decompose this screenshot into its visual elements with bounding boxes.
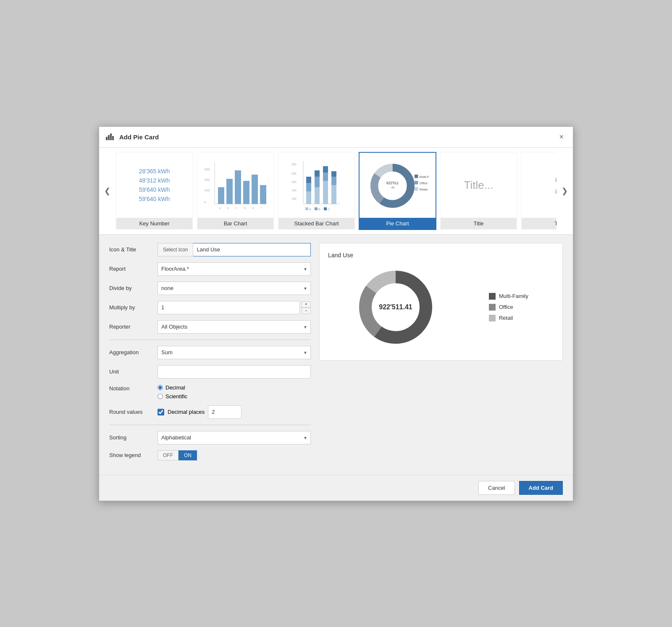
chart-type-title[interactable]: Title... Title: [440, 152, 517, 230]
svg-rect-32: [315, 187, 320, 204]
report-row: Report FloorArea.* ▼: [109, 262, 311, 276]
divide-by-select[interactable]: none: [158, 282, 311, 295]
key-number-thumb: 28'365 kWh 48'312 kWh 59'640 kWh 59'640 …: [116, 153, 192, 218]
multiply-by-row: Multiply by + −: [109, 301, 311, 314]
legend-swatch-multi-family: [489, 293, 496, 300]
chart-type-bar-chart[interactable]: 200 150 100 0 a b c: [197, 152, 274, 230]
svg-rect-0: [106, 137, 108, 140]
legend-toggle-group: OFF ON: [158, 450, 197, 460]
multiply-by-group: + −: [158, 301, 311, 314]
stacked-bar-thumb: 300 250 200 150 100: [278, 153, 354, 218]
sorting-row: Sorting Alphabetical Value Ascending Val…: [109, 431, 311, 444]
multiply-by-label: Multiply by: [109, 304, 158, 311]
decimal-places-input[interactable]: [208, 405, 242, 419]
report-label: Report: [109, 266, 158, 272]
decimal-radio-label: Decimal: [165, 384, 185, 391]
modal-body: Icon & Title Select Icon Report FloorAre…: [99, 235, 573, 475]
legend-item-multi-family: Multi-Family: [489, 293, 528, 300]
icon-title-row: Icon & Title Select Icon: [109, 243, 311, 256]
scientific-radio-row: Scientific: [158, 393, 187, 400]
scientific-radio[interactable]: [158, 394, 163, 399]
sorting-select[interactable]: Alphabetical Value Ascending Value Desce…: [158, 431, 311, 444]
title-thumb-text: Title...: [464, 179, 494, 192]
chart-type-pie-chart[interactable]: 922'511 .41 Multi-Family Office Retail P…: [359, 152, 436, 230]
chart-type-key-number[interactable]: 28'365 kWh 48'312 kWh 59'640 kWh 59'640 …: [116, 152, 193, 230]
svg-text:a: a: [219, 206, 220, 209]
next-arrow-button[interactable]: ❯: [556, 186, 573, 196]
close-button[interactable]: ×: [556, 132, 566, 142]
preview-title: Land Use: [328, 252, 554, 259]
round-values-row: Round values Decimal places: [109, 405, 311, 419]
legend-on-button[interactable]: ON: [178, 450, 197, 460]
title-input[interactable]: [193, 243, 311, 256]
key-number-values: 28'365 kWh 48'312 kWh 59'640 kWh 59'640 …: [135, 164, 174, 206]
svg-rect-1: [108, 135, 110, 140]
add-card-button[interactable]: Add Card: [519, 481, 563, 495]
modal-header-left: Add Pie Card: [106, 133, 159, 141]
preview-content: 922'511.41 Multi-Family Office: [328, 265, 554, 349]
legend-swatch-office: [489, 304, 496, 311]
key-num-line-2: 48'312 kWh: [139, 177, 170, 184]
pie-chart-thumb: 922'511 .41 Multi-Family Office Retail: [360, 153, 436, 218]
key-num-line-1: 28'365 kWh: [139, 168, 170, 175]
svg-rect-33: [315, 177, 320, 187]
svg-rect-38: [331, 185, 336, 204]
chart-icon: [106, 133, 115, 141]
svg-text:d: d: [244, 206, 246, 209]
svg-text:150: 150: [291, 189, 297, 192]
svg-rect-31: [306, 177, 311, 183]
svg-rect-30: [306, 183, 311, 191]
donut-chart-wrapper: 922'511.41: [354, 265, 438, 349]
stepper-up-button[interactable]: +: [302, 301, 311, 308]
reporter-select[interactable]: All Objects: [158, 320, 311, 334]
svg-text:C: C: [328, 208, 330, 211]
svg-text:b: b: [227, 206, 229, 209]
aggregation-select[interactable]: Sum: [158, 346, 311, 359]
modal-dialog: Add Pie Card × ❮ 28'365 kWh 48'312 kWh 5…: [99, 126, 573, 501]
multiply-by-input[interactable]: [158, 301, 300, 314]
svg-rect-35: [323, 181, 328, 204]
chart-type-stacked-bar[interactable]: 300 250 200 150 100: [278, 152, 355, 230]
modal-footer: Cancel Add Card: [99, 475, 573, 501]
report-select[interactable]: FloorArea.*: [158, 262, 311, 276]
chart-type-bar-chart-label: Bar Chart: [197, 218, 273, 229]
select-icon-button[interactable]: Select Icon: [158, 243, 193, 256]
chart-type-text[interactable]: # t ## Text: [521, 152, 556, 230]
svg-text:Office: Office: [419, 181, 427, 185]
svg-rect-11: [226, 179, 233, 204]
svg-rect-45: [324, 207, 327, 210]
icon-title-group: Select Icon: [158, 243, 311, 256]
stepper-down-button[interactable]: −: [302, 308, 311, 314]
legend-label-multi-family: Multi-Family: [499, 293, 528, 299]
svg-text:922'511: 922'511: [386, 181, 399, 185]
round-values-group: Decimal places: [158, 405, 311, 419]
round-values-checkbox[interactable]: [158, 409, 164, 415]
svg-text:e: e: [252, 206, 254, 209]
svg-text:B: B: [318, 208, 320, 211]
cancel-button[interactable]: Cancel: [478, 481, 514, 495]
svg-rect-43: [315, 207, 318, 210]
svg-text:100: 100: [291, 197, 297, 200]
divider-2: [109, 425, 311, 425]
legend-swatch-retail: [489, 315, 496, 321]
svg-rect-36: [323, 172, 328, 181]
svg-rect-14: [252, 175, 258, 204]
legend-label-retail: Retail: [499, 315, 513, 321]
sorting-select-wrapper: Alphabetical Value Ascending Value Desce…: [158, 431, 311, 444]
aggregation-row: Aggregation Sum ▼: [109, 346, 311, 359]
unit-row: Unit: [109, 365, 311, 379]
svg-rect-40: [331, 171, 336, 177]
key-num-line-3: 59'640 kWh: [139, 186, 170, 193]
legend-off-button[interactable]: OFF: [158, 450, 178, 460]
svg-text:0: 0: [204, 200, 206, 204]
svg-rect-34: [315, 170, 320, 177]
svg-text:f: f: [261, 206, 262, 209]
svg-rect-3: [112, 136, 114, 140]
reporter-select-wrapper: All Objects ▼: [158, 320, 311, 334]
chart-types-container: 28'365 kWh 48'312 kWh 59'640 kWh 59'640 …: [116, 152, 556, 230]
prev-arrow-button[interactable]: ❮: [99, 186, 116, 196]
legend-label-office: Office: [499, 304, 513, 310]
unit-input[interactable]: [158, 365, 311, 379]
decimal-radio[interactable]: [158, 385, 163, 390]
text-thumb: # t ##: [522, 153, 556, 218]
